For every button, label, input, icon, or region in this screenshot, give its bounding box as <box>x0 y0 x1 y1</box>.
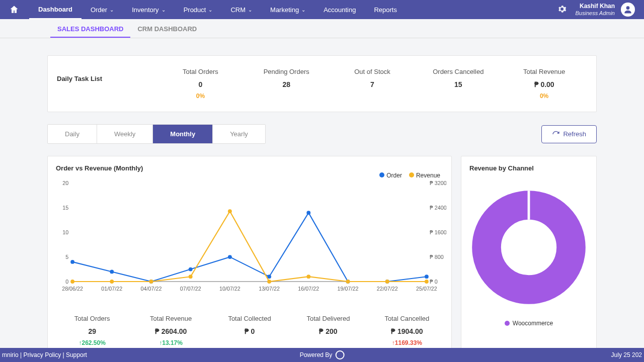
svg-text:13/07/22: 13/07/22 <box>259 286 280 292</box>
stat-item: Pending Orders28 <box>244 68 330 100</box>
svg-rect-43 <box>528 191 530 220</box>
svg-point-38 <box>306 275 310 279</box>
svg-text:01/07/22: 01/07/22 <box>101 286 122 292</box>
svg-text:₱ 2400: ₱ 2400 <box>430 205 446 211</box>
period-row: DailyWeeklyMonthlyYearly Refresh <box>47 124 597 144</box>
user-name: Kashif Khan <box>576 3 615 10</box>
svg-point-23 <box>110 270 114 274</box>
svg-point-36 <box>228 209 232 213</box>
line-chart-title: Order vs Revenue (Monthly) <box>53 164 446 172</box>
svg-text:10: 10 <box>62 229 68 235</box>
line-chart-legend: Order Revenue <box>379 172 440 179</box>
svg-point-41 <box>425 280 429 284</box>
svg-text:10/07/22: 10/07/22 <box>219 286 240 292</box>
period-toggle: DailyWeeklyMonthlyYearly <box>47 124 266 144</box>
svg-text:07/07/22: 07/07/22 <box>180 286 201 292</box>
nav-accounting[interactable]: Accounting <box>314 0 365 19</box>
tab-sales-dashboard[interactable]: SALES DASHBOARD <box>50 21 130 38</box>
svg-text:₱ 3200: ₱ 3200 <box>430 180 446 186</box>
dashboard-tabs: SALES DASHBOARDCRM DASHBOARD <box>0 20 644 38</box>
svg-point-33 <box>110 280 114 284</box>
svg-point-39 <box>346 280 350 284</box>
footer-links[interactable]: mnirio | Privacy Policy | Support <box>2 351 87 358</box>
svg-text:20: 20 <box>62 180 68 186</box>
daily-task-card: Daily Task List Total Orders00%Pending O… <box>47 55 597 112</box>
summary-item: Total Orders29↑262.50% <box>53 315 131 346</box>
tab-crm-dashboard[interactable]: CRM DASHBOARD <box>130 21 204 38</box>
svg-point-35 <box>189 275 193 279</box>
svg-point-0 <box>626 6 630 10</box>
brand-icon <box>335 350 344 359</box>
order-vs-revenue-card: Order vs Revenue (Monthly) Order Revenue… <box>47 156 452 356</box>
svg-point-34 <box>149 280 153 284</box>
period-yearly[interactable]: Yearly <box>213 125 265 143</box>
stat-item: Out of Stock7 <box>330 68 416 100</box>
top-nav: DashboardOrder⌄Inventory⌄Product⌄CRM⌄Mar… <box>0 0 644 19</box>
summary-item: Total Cancelled₱ 1904.00↑1169.33% <box>368 315 446 346</box>
svg-text:₱ 800: ₱ 800 <box>430 254 444 260</box>
nav-dashboard[interactable]: Dashboard <box>29 0 82 19</box>
user-menu[interactable]: Kashif Khan Business Admin <box>576 3 635 17</box>
user-role: Business Admin <box>576 10 615 17</box>
svg-point-37 <box>267 280 271 284</box>
donut-chart-title: Revenue by Channel <box>466 164 591 172</box>
nav-product[interactable]: Product⌄ <box>175 0 222 19</box>
donut-chart <box>468 187 589 308</box>
settings-icon[interactable] <box>557 5 567 15</box>
svg-point-28 <box>306 211 310 215</box>
nav-inventory[interactable]: Inventory⌄ <box>123 0 174 19</box>
donut-legend: Woocommerce <box>505 320 553 327</box>
avatar-icon[interactable] <box>621 3 635 17</box>
svg-point-32 <box>70 280 74 284</box>
svg-point-25 <box>189 267 193 272</box>
svg-text:5: 5 <box>65 254 68 260</box>
line-chart: 05101520₱ 0₱ 800₱ 1600₱ 2400₱ 320028/06/… <box>53 172 446 303</box>
svg-text:15: 15 <box>62 205 68 211</box>
svg-point-26 <box>228 255 232 259</box>
refresh-label: Refresh <box>563 130 586 138</box>
footer-bar: mnirio | Privacy Policy | Support Powere… <box>0 348 644 362</box>
svg-text:₱ 0: ₱ 0 <box>430 279 438 285</box>
period-daily[interactable]: Daily <box>48 125 97 143</box>
daily-task-title: Daily Task List <box>57 68 157 82</box>
svg-text:0: 0 <box>65 279 68 285</box>
svg-text:25/07/22: 25/07/22 <box>416 286 437 292</box>
svg-point-22 <box>70 260 74 264</box>
summary-item: Total Collected₱ 0 <box>210 315 289 346</box>
refresh-button[interactable]: Refresh <box>541 125 597 143</box>
nav-order[interactable]: Order⌄ <box>82 0 123 19</box>
home-icon[interactable] <box>9 5 19 15</box>
period-weekly[interactable]: Weekly <box>97 125 153 143</box>
nav-reports[interactable]: Reports <box>365 0 406 19</box>
svg-text:28/06/22: 28/06/22 <box>62 286 83 292</box>
svg-point-31 <box>425 275 429 279</box>
footer-date: July 25 202 <box>611 351 642 358</box>
svg-point-40 <box>385 280 389 284</box>
stat-item: Total Revenue₱ 0.000% <box>501 68 587 100</box>
svg-text:04/07/22: 04/07/22 <box>141 286 162 292</box>
period-monthly[interactable]: Monthly <box>153 125 213 143</box>
summary-item: Total Delivered₱ 200 <box>289 315 367 346</box>
nav-marketing[interactable]: Marketing⌄ <box>261 0 314 19</box>
svg-text:19/07/22: 19/07/22 <box>338 286 359 292</box>
revenue-by-channel-card: Revenue by Channel Woocommerce <box>461 156 597 356</box>
summary-item: Total Revenue₱ 2604.00↑13.17% <box>131 315 210 346</box>
stat-item: Total Orders00% <box>157 68 244 100</box>
nav-crm[interactable]: CRM⌄ <box>221 0 261 19</box>
svg-text:16/07/22: 16/07/22 <box>298 286 319 292</box>
stat-item: Orders Cancelled15 <box>415 68 501 100</box>
svg-text:₱ 1600: ₱ 1600 <box>430 229 446 235</box>
svg-text:22/07/22: 22/07/22 <box>377 286 398 292</box>
